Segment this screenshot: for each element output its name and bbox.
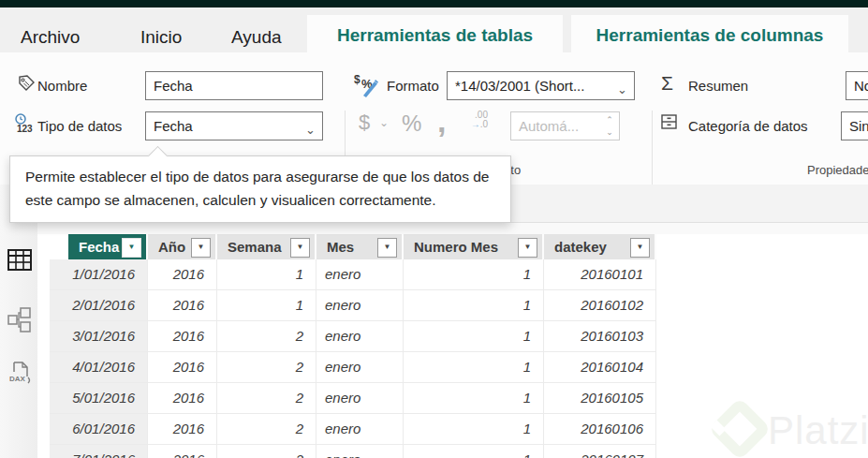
resumen-label: Resumen bbox=[688, 78, 748, 94]
column-header-año[interactable]: Año▼ bbox=[148, 234, 217, 259]
cell-datekey[interactable]: 20160106 bbox=[544, 414, 656, 444]
column-header-numero-mes[interactable]: Numero Mes▼ bbox=[404, 234, 544, 259]
tab-label: Herramientas de columnas bbox=[596, 25, 824, 45]
title-bar bbox=[0, 0, 868, 7]
cell-datekey[interactable]: 20160104 bbox=[544, 352, 656, 382]
column-header-label: Fecha bbox=[79, 239, 119, 255]
tab-archivo[interactable]: Archivo bbox=[21, 27, 80, 48]
tooltip-text: Permite establecer el tipo de datos para… bbox=[25, 169, 489, 208]
cell-fecha[interactable]: 5/01/2016 bbox=[50, 383, 148, 413]
column-header-label: Mes bbox=[327, 239, 354, 255]
table-row: 5/01/201620162enero120160105 bbox=[50, 383, 656, 414]
cell-mes[interactable]: enero bbox=[316, 445, 404, 458]
column-header-semana[interactable]: Semana▼ bbox=[217, 234, 316, 259]
cell-numero-mes[interactable]: 1 bbox=[404, 352, 544, 382]
column-header-fecha[interactable]: Fecha▼ bbox=[68, 234, 148, 259]
decimal-count-value: Automá... bbox=[519, 118, 579, 134]
spinner-buttons: ⌃ ⌄ bbox=[603, 114, 616, 139]
nombre-input[interactable]: Fecha bbox=[145, 71, 323, 100]
cell-numero-mes[interactable]: 1 bbox=[404, 321, 544, 351]
cell-semana[interactable]: 2 bbox=[217, 383, 316, 413]
column-filter-button[interactable]: ▼ bbox=[122, 238, 141, 258]
cell-numero-mes[interactable]: 1 bbox=[404, 445, 544, 458]
cell-mes[interactable]: enero bbox=[316, 321, 404, 351]
tipo-de-datos-label: Tipo de datos bbox=[37, 118, 122, 134]
view-switcher-sidebar: DAX bbox=[0, 185, 37, 458]
formato-label: Formato bbox=[387, 78, 439, 94]
cell-numero-mes[interactable]: 1 bbox=[404, 383, 544, 413]
svg-text:DAX: DAX bbox=[9, 375, 26, 383]
format-icon: $% bbox=[354, 71, 382, 101]
cell-datekey[interactable]: 20160107 bbox=[544, 445, 656, 458]
platzi-logo-notch bbox=[711, 421, 727, 436]
cell-semana[interactable]: 2 bbox=[217, 352, 316, 382]
column-header-label: Semana bbox=[228, 239, 282, 255]
cell-semana[interactable]: 1 bbox=[217, 290, 316, 320]
tipo-de-datos-value: Fecha bbox=[154, 118, 193, 134]
table-row: 2/01/201620161enero120160102 bbox=[50, 290, 656, 321]
column-header-label: datekey bbox=[554, 239, 607, 255]
tipo-de-datos-select[interactable]: Fecha ⌄ bbox=[145, 111, 323, 140]
column-filter-button[interactable]: ▼ bbox=[377, 238, 397, 258]
cell-mes[interactable]: enero bbox=[316, 414, 404, 444]
cell-numero-mes[interactable]: 1 bbox=[404, 414, 544, 444]
cell-año[interactable]: 2016 bbox=[148, 383, 217, 413]
watermark-text: Platzi bbox=[768, 408, 868, 453]
data-view-icon[interactable] bbox=[7, 249, 32, 273]
table-body: 1/01/201620161enero1201601012/01/2016201… bbox=[50, 259, 656, 458]
model-view-icon[interactable] bbox=[7, 307, 32, 332]
cell-fecha[interactable]: 6/01/2016 bbox=[50, 414, 148, 444]
column-header-mes[interactable]: Mes▼ bbox=[316, 234, 404, 259]
table-row: 4/01/201620162enero120160104 bbox=[50, 352, 656, 383]
table-row: 1/01/201620161enero120160101 bbox=[50, 259, 656, 290]
cell-mes[interactable]: enero bbox=[316, 352, 404, 382]
decimal-places-icon: .00 →.0 bbox=[463, 111, 488, 129]
resumen-select[interactable]: No bbox=[846, 71, 868, 100]
cell-semana[interactable]: 1 bbox=[217, 259, 316, 289]
cell-fecha[interactable]: 2/01/2016 bbox=[50, 290, 148, 320]
cell-año[interactable]: 2016 bbox=[148, 352, 217, 382]
data-category-icon bbox=[660, 112, 679, 135]
cell-año[interactable]: 2016 bbox=[148, 445, 217, 458]
column-filter-button[interactable]: ▼ bbox=[630, 238, 650, 258]
tab-inicio[interactable]: Inicio bbox=[140, 27, 182, 48]
cell-datekey[interactable]: 20160102 bbox=[544, 290, 656, 320]
cell-datekey[interactable]: 20160103 bbox=[544, 321, 656, 351]
cell-numero-mes[interactable]: 1 bbox=[404, 290, 544, 320]
cell-año[interactable]: 2016 bbox=[148, 321, 217, 351]
cell-numero-mes[interactable]: 1 bbox=[404, 259, 544, 289]
header-left-spacer bbox=[50, 234, 68, 259]
column-filter-button[interactable]: ▼ bbox=[290, 238, 310, 258]
column-header-datekey[interactable]: datekey▼ bbox=[544, 234, 656, 259]
cell-fecha[interactable]: 3/01/2016 bbox=[50, 321, 148, 351]
cell-año[interactable]: 2016 bbox=[148, 259, 217, 289]
formato-value: *14/03/2001 (Short... bbox=[455, 78, 584, 94]
dax-query-view-icon[interactable]: DAX bbox=[7, 361, 32, 385]
cell-mes[interactable]: enero bbox=[316, 290, 404, 320]
cell-año[interactable]: 2016 bbox=[148, 290, 217, 320]
cell-datekey[interactable]: 20160101 bbox=[544, 259, 656, 289]
tab-ayuda[interactable]: Ayuda bbox=[231, 27, 282, 48]
tag-icon bbox=[17, 74, 36, 96]
cell-fecha[interactable]: 7/01/2016 bbox=[50, 445, 148, 458]
cell-mes[interactable]: enero bbox=[316, 259, 404, 289]
cell-semana[interactable]: 2 bbox=[217, 321, 316, 351]
formato-select[interactable]: *14/03/2001 (Short... ⌄ bbox=[447, 71, 635, 100]
cell-mes[interactable]: enero bbox=[316, 383, 404, 413]
sigma-icon: Σ bbox=[661, 72, 673, 95]
table-row: 3/01/201620162enero120160103 bbox=[50, 321, 656, 352]
categoria-de-datos-select[interactable]: Sin bbox=[841, 111, 868, 140]
cell-fecha[interactable]: 4/01/2016 bbox=[50, 352, 148, 382]
cell-semana[interactable]: 2 bbox=[217, 414, 316, 444]
platzi-logo-icon bbox=[708, 397, 772, 458]
cell-fecha[interactable]: 1/01/2016 bbox=[50, 259, 148, 289]
column-filter-button[interactable]: ▼ bbox=[518, 238, 537, 258]
chevron-down-icon: ⌄ bbox=[379, 116, 389, 129]
cell-año[interactable]: 2016 bbox=[148, 414, 217, 444]
column-filter-button[interactable]: ▼ bbox=[191, 238, 211, 258]
categoria-de-datos-label: Categoría de datos bbox=[688, 118, 808, 134]
cell-semana[interactable]: 2 bbox=[217, 445, 316, 458]
percent-icon: % bbox=[402, 111, 421, 137]
svg-text:123: 123 bbox=[17, 124, 33, 134]
cell-datekey[interactable]: 20160105 bbox=[544, 383, 656, 413]
